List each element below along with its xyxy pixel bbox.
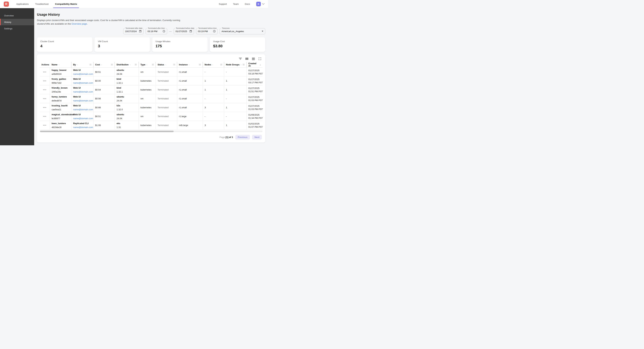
sort-icon[interactable]: ↑↓ — [146, 64, 147, 65]
node-groups-cell: 1 — [224, 76, 247, 85]
sort-icon[interactable]: ↑↓ — [130, 64, 130, 65]
created-by-email-link[interactable]: name@domain.com — [73, 90, 92, 93]
sidebar-item-settings[interactable]: Settings — [0, 25, 34, 32]
cluster-name: frosty_galileo — [52, 78, 70, 80]
replicated-logo[interactable]: R — [4, 1, 9, 7]
previous-button[interactable]: Previous — [235, 135, 250, 139]
column-label: Created At — [248, 62, 259, 67]
select-caret-icon[interactable] — [262, 31, 264, 32]
row-actions-menu-icon[interactable]: ••• — [43, 71, 46, 73]
field-label: Timezone — [221, 27, 230, 29]
created-by-email-link[interactable]: name@domain.com — [73, 73, 92, 75]
column-header[interactable]: Created At ↑↓ ↓ — [247, 62, 262, 67]
nav-tab-label: Troubleshoot — [35, 3, 48, 5]
nav-tab-applications[interactable]: Applications — [13, 0, 32, 8]
instance-value: r1.small — [179, 97, 201, 100]
created-by-email-link[interactable]: name@domain.com — [73, 126, 92, 129]
table-row: ••• funny_lumiere de9ed87d Web UI name@d… — [40, 94, 262, 103]
column-header[interactable]: Type ↑↓ ↓ — [139, 62, 156, 67]
column-header[interactable]: Node Groups ↑↓ ↓ — [224, 62, 247, 67]
sort-icon[interactable]: ↑↓ — [212, 64, 213, 65]
overview-page-link[interactable]: Overview page — [72, 22, 87, 25]
cluster-name: trusting_leavitt — [52, 104, 70, 107]
horizontal-scrollbar[interactable] — [40, 131, 262, 132]
column-header[interactable]: Actions ↑↓ ↓ — [40, 62, 50, 67]
column-header[interactable]: Instance ↑↓ ↓ — [177, 62, 203, 67]
column-menu-icon[interactable] — [110, 64, 113, 65]
column-menu-icon[interactable] — [88, 64, 92, 65]
nav-link-team[interactable]: Team — [233, 3, 238, 5]
column-header[interactable]: Nodes ↑↓ ↓ — [203, 62, 224, 67]
terminated-before-time-field[interactable]: Terminated before time 03:19 PM — [196, 28, 218, 34]
column-header[interactable]: Cost ↑↓ ↓ — [94, 62, 115, 67]
sort-icon[interactable]: ↑↓ — [58, 64, 59, 65]
sidebar-item-history[interactable]: History — [0, 19, 34, 25]
nav-link-support[interactable]: Support — [219, 3, 227, 5]
nav-tab-compatibility-matrix[interactable]: Compatibility Matrix — [52, 0, 80, 8]
terminated-after-time-field[interactable]: Terminated after time 03:19 PM — [146, 28, 167, 34]
created-by-email-link[interactable]: name@domain.com — [73, 108, 92, 111]
scrollbar-thumb[interactable] — [40, 131, 174, 132]
node-groups-value: 1 — [226, 124, 245, 126]
column-menu-icon[interactable] — [219, 64, 222, 65]
column-header[interactable]: Status ↑↓ ↓ — [156, 62, 177, 67]
column-menu-icon[interactable] — [172, 64, 175, 65]
row-actions-menu-icon[interactable]: ••• — [43, 97, 46, 100]
created-by-email-link[interactable]: name@domain.com — [73, 82, 92, 84]
row-actions-menu-icon[interactable]: ••• — [43, 88, 46, 91]
calendar-icon[interactable] — [139, 30, 142, 33]
chevron-down-icon[interactable] — [262, 3, 264, 5]
page-description: Displays prior clusters/VMs and their as… — [37, 18, 265, 26]
sort-icon[interactable]: ↑↓ — [101, 64, 102, 65]
filter-icon[interactable] — [238, 57, 242, 61]
nav-tab-troubleshoot[interactable]: Troubleshoot — [32, 0, 52, 8]
column-menu-icon[interactable] — [151, 64, 154, 65]
type-cell: kubernetes — [139, 121, 156, 130]
node-groups-value: 1 — [226, 106, 245, 109]
sort-icon[interactable]: ↑↓ — [165, 64, 166, 65]
sort-icon[interactable]: ↑↓ — [188, 64, 190, 65]
sidebar-item-overview[interactable]: Overview — [0, 12, 34, 19]
name-cell: frosty_galileo 995b7182 — [50, 76, 72, 85]
row-actions-menu-icon[interactable]: ••• — [43, 124, 46, 127]
status-badge: Terminated — [158, 97, 175, 100]
created-time: 01:34 PM PST — [248, 117, 261, 119]
node-groups-cell: - — [224, 94, 247, 103]
column-header[interactable]: Name ↑↓ ↓ — [50, 62, 72, 67]
column-header[interactable]: By ↑↓ ↓ — [72, 62, 94, 67]
terminated-after-date-field[interactable]: Terminated after date 10/27/2024 — [123, 28, 144, 34]
calendar-icon[interactable] — [189, 30, 192, 33]
user-menu[interactable]: K — [256, 2, 264, 6]
node-groups-value: 1 — [226, 79, 245, 82]
nav-tab-label: Compatibility Matrix — [55, 3, 77, 5]
column-menu-icon[interactable] — [198, 64, 201, 65]
density-icon[interactable] — [251, 57, 255, 61]
avatar[interactable]: K — [256, 2, 261, 6]
sorted-desc-icon[interactable]: ↓ — [260, 63, 261, 66]
instance-value: r1.small — [179, 106, 201, 109]
nodes-cell: 3 — [203, 121, 224, 130]
columns-icon[interactable] — [245, 57, 249, 61]
timezone-select[interactable]: Timezone America/Los_Angeles — [220, 28, 265, 34]
row-actions-menu-icon[interactable]: ••• — [43, 79, 46, 82]
instance-value: r1.large — [179, 115, 201, 118]
nav-link-docs[interactable]: Docs — [245, 3, 250, 5]
created-by-email-link[interactable]: name@domain.com — [73, 117, 92, 120]
row-actions-menu-icon[interactable]: ••• — [43, 115, 46, 118]
clock-icon[interactable] — [213, 30, 216, 33]
column-header[interactable]: Distribution ↑↓ ↓ — [115, 62, 139, 67]
row-actions-menu-icon[interactable]: ••• — [43, 106, 46, 109]
next-button[interactable]: Next — [252, 135, 262, 139]
terminated-before-date-field[interactable]: Terminated before date 01/27/2025 — [174, 28, 194, 34]
clock-icon[interactable] — [162, 30, 165, 33]
cluster-id: 995b7182 — [52, 82, 70, 84]
sort-icon[interactable]: ↑↓ — [240, 64, 241, 65]
nodes-cell: 3 — [203, 103, 224, 112]
sort-icon[interactable]: ↑↓ — [77, 64, 78, 65]
fullscreen-icon[interactable] — [258, 57, 262, 61]
column-menu-icon[interactable] — [242, 64, 244, 65]
created-by-email-link[interactable]: name@domain.com — [73, 99, 92, 102]
distribution-cell: k3s 1.32.0 — [115, 103, 139, 112]
column-menu-icon[interactable] — [134, 64, 137, 65]
created-at-cell: 01/02/2025 01:07 PM PST — [247, 121, 262, 130]
